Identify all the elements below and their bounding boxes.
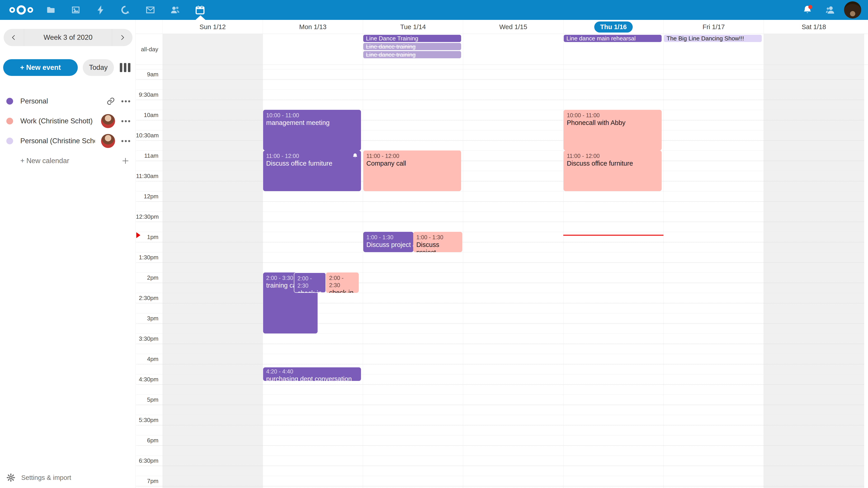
event-time: 11:00 - 12:00 [266,152,358,160]
time-label: 6:30pm [136,457,158,464]
settings-import-button[interactable]: Settings & import [6,473,71,482]
all-day-row[interactable]: all-day Line Dance TrainingLine dance tr… [136,34,868,65]
all-day-event[interactable]: Line dance training [363,43,461,50]
event[interactable]: 1:00 - 1:30Discuss project announcement [363,232,413,252]
quarter-gridline [136,242,864,242]
quarter-gridline [136,201,864,202]
all-day-event[interactable]: Line dance main rehearsal [564,35,662,42]
calendar-menu-icon[interactable] [121,138,131,144]
calendar-list: Personal Work (Christine Schott) Persona… [0,91,135,171]
files-icon[interactable] [38,0,63,20]
calendar-menu-icon[interactable] [121,98,131,104]
day-column-sun[interactable] [162,65,263,488]
day-column-tue[interactable] [363,65,463,488]
contacts-icon[interactable] [163,0,188,20]
time-label: 3pm [136,315,158,322]
mail-icon[interactable] [138,0,163,20]
calendar-item-personal-christine[interactable]: Personal (Christine Scho... [0,131,135,151]
event[interactable]: 11:00 - 12:00Discuss office furniture [263,151,361,191]
quarter-gridline [136,283,864,283]
calendar-item-personal[interactable]: Personal [0,91,135,111]
event-title: check-in [329,289,355,293]
day-header-thu: Thu 1/16 [563,20,663,34]
day-header-label: Tue 1/14 [400,23,426,31]
hour-gridline [136,333,864,334]
day-column-sun[interactable] [162,34,263,65]
contacts-menu-icon[interactable] [819,0,841,20]
talk-icon[interactable] [113,0,138,20]
calendar-menu-icon[interactable] [121,119,131,124]
next-week-button[interactable] [112,29,132,46]
all-day-label: all-day [136,34,162,65]
quarter-gridline [136,303,864,303]
hour-gridline [136,130,864,130]
day-header-tue: Tue 1/14 [363,20,463,34]
today-button[interactable]: Today [83,59,114,76]
user-avatar[interactable] [841,0,864,20]
hour-gridline [136,435,864,435]
all-day-event[interactable]: The Big Line Dancing Show!!! [664,35,762,42]
day-header-sun: Sun 1/12 [162,20,263,34]
event-title: purchasing dept conversation [266,375,358,381]
week-label[interactable]: Week 3 of 2020 [24,29,112,46]
event-time: 2:00 - 2:30 [329,274,355,289]
calendar-item-work-christine[interactable]: Work (Christine Schott) [0,111,135,131]
event[interactable]: 11:00 - 12:00Company call [363,151,461,191]
quarter-gridline [136,404,864,405]
event-title: management meeting [266,119,358,127]
day-column-mon[interactable] [263,34,363,65]
event-title: Discuss project announcement [366,241,410,249]
event[interactable]: 2:00 - 2:30check-in [294,272,326,293]
day-column-fri[interactable] [663,65,764,488]
day-header-label: Wed 1/15 [499,23,527,31]
event-title: Company call [366,160,458,167]
event[interactable]: 11:00 - 12:00Discuss office furniture [563,151,662,191]
activity-icon[interactable] [88,0,113,20]
active-app-notch [195,15,206,20]
day-column-sat[interactable] [764,34,864,65]
event-time: 11:00 - 12:00 [567,152,658,160]
day-header-label: Sun 1/12 [199,23,226,31]
all-day-event[interactable]: Line dance training [363,51,461,58]
day-column-sat[interactable] [764,65,864,488]
nextcloud-logo[interactable] [8,4,34,16]
new-calendar-button[interactable]: + New calendar [0,151,135,171]
day-header-label: Mon 1/13 [299,23,327,31]
day-header-mon: Mon 1/13 [263,20,363,34]
quarter-gridline [136,364,864,364]
new-calendar-label: + New calendar [20,157,69,165]
event[interactable]: 2:00 - 2:30check-in [326,272,359,293]
all-day-event[interactable]: Line Dance Training [363,35,461,42]
day-column-wed[interactable] [463,65,563,488]
quarter-gridline [136,100,864,100]
event[interactable]: 10:00 - 11:00management meeting [263,110,361,151]
notifications-bell-icon[interactable] [796,0,819,20]
day-header-fri: Fri 1/17 [663,20,764,34]
day-column-wed[interactable] [463,34,563,65]
link-icon[interactable] [106,97,115,105]
event-time: 1:00 - 1:30 [416,234,459,241]
calendar-name: Work (Christine Schott) [20,117,93,125]
calendar-color-dot[interactable] [6,98,13,105]
calendar-color-dot[interactable] [6,138,13,144]
new-event-button[interactable]: + New event [3,59,78,76]
event[interactable]: 10:00 - 11:00Phonecall with Abby [563,110,662,151]
app-menu [38,0,213,20]
quarter-gridline [136,486,864,486]
reminder-bell-icon [352,153,358,159]
quarter-gridline [136,120,864,121]
previous-week-button[interactable] [4,29,24,46]
event[interactable]: 4:20 - 4:40purchasing dept conversation [263,367,361,381]
event-title: Discuss office furniture [266,160,358,167]
photos-icon[interactable] [63,0,88,20]
view-switcher-icon[interactable] [119,61,131,74]
today-pill: Thu 1/16 [594,22,633,33]
time-grid[interactable]: 9am9:30am10am10:30am11am11:30am12pm12:30… [136,65,868,488]
calendar-color-dot[interactable] [6,118,13,125]
event[interactable]: 1:00 - 1:30Discuss project announcement [413,232,462,252]
user-avatar-image [844,1,861,19]
current-time-arrow-icon [136,232,141,238]
hour-gridline [136,110,864,110]
time-label: 10:30am [136,132,158,139]
hour-gridline [136,293,864,293]
